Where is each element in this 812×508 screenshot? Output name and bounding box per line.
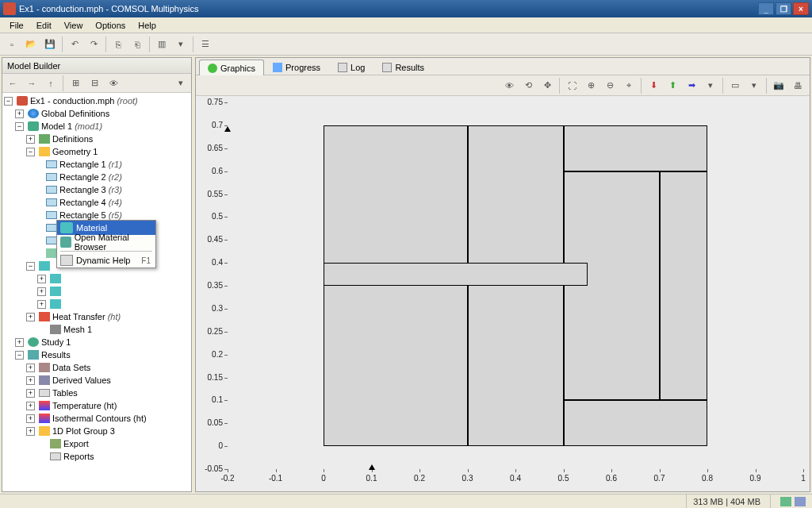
x-tick-label: 0.6 <box>602 474 621 483</box>
graphics-canvas[interactable]: COMSOL MULTIPHYSICS 0.750.70.650.60.550.… <box>196 96 810 491</box>
twisty-icon[interactable]: + <box>26 376 35 385</box>
tree-geometry[interactable]: −Geometry 1 <box>2 145 191 158</box>
geometry-rect[interactable] <box>468 125 564 446</box>
settings-button[interactable]: ☰ <box>197 36 214 53</box>
menu-file[interactable]: File <box>3 19 30 32</box>
twisty-icon[interactable]: + <box>26 427 35 436</box>
tree-rect[interactable]: Rectangle 3 (r3) <box>2 183 191 196</box>
twisty-icon[interactable]: − <box>26 262 35 271</box>
tree-root[interactable]: −Ex1 - conduction.mph (root) <box>2 94 191 107</box>
tree-model[interactable]: −Model 1 (mod1) <box>2 120 191 133</box>
twisty-icon[interactable]: + <box>26 389 35 398</box>
tab-graphics[interactable]: Graphics <box>199 60 264 75</box>
tree-datasets[interactable]: +Data Sets <box>2 361 191 374</box>
twisty-icon[interactable]: + <box>37 287 46 296</box>
tree-material-item[interactable]: + <box>2 285 191 298</box>
model-tree[interactable]: −Ex1 - conduction.mph (root) +Global Def… <box>2 93 191 491</box>
tree-plotgroup[interactable]: +1D Plot Group 3 <box>2 425 191 437</box>
twisty-icon[interactable]: − <box>26 148 35 156</box>
save-button[interactable]: 💾 <box>41 36 59 53</box>
redo-button[interactable]: ↷ <box>85 36 102 53</box>
tree-isothermal[interactable]: +Isothermal Contours (ht) <box>2 412 191 425</box>
tree-material-item[interactable]: + <box>2 272 191 285</box>
tab-results[interactable]: Results <box>373 59 433 75</box>
geometry-rect[interactable] <box>564 171 660 401</box>
forward-button[interactable]: → <box>23 75 40 92</box>
show-button[interactable]: 👁 <box>105 75 122 92</box>
twisty-icon[interactable]: + <box>26 402 35 410</box>
build-dropdown[interactable]: ▾ <box>172 36 190 53</box>
tree-results[interactable]: −Results <box>2 348 191 361</box>
geometry-rect[interactable] <box>660 171 708 401</box>
tree-reports[interactable]: Reports <box>2 450 191 463</box>
tree-definitions[interactable]: +Definitions <box>2 133 191 145</box>
print-button[interactable]: 🖶 <box>789 77 806 94</box>
open-button[interactable]: 📂 <box>22 36 40 53</box>
up-button[interactable]: ↑ <box>42 75 59 92</box>
twisty-icon[interactable]: + <box>26 135 35 144</box>
twisty-icon[interactable]: + <box>37 300 46 309</box>
twisty-icon[interactable]: − <box>4 97 13 106</box>
select-button[interactable]: ▭ <box>726 77 744 94</box>
zoom-extents-button[interactable]: ⛶ <box>563 77 580 94</box>
rotate-button[interactable]: ⟲ <box>519 77 537 94</box>
y-tick <box>224 446 228 447</box>
minimize-button[interactable]: _ <box>758 2 774 15</box>
copy-button[interactable]: ⎘ <box>109 36 127 53</box>
menu-edit[interactable]: Edit <box>30 19 58 32</box>
zoom-select-button[interactable]: ⌖ <box>620 77 638 94</box>
maximize-button[interactable]: ❐ <box>776 2 791 15</box>
menu-view[interactable]: View <box>58 19 90 32</box>
yz-button[interactable]: ⬆ <box>664 77 681 94</box>
zoom-in-button[interactable]: ⊕ <box>582 77 599 94</box>
tree-material-item[interactable]: + <box>2 298 191 310</box>
twisty-icon[interactable]: + <box>26 313 35 321</box>
tab-log[interactable]: Log <box>329 59 373 75</box>
geometry-rect[interactable] <box>564 125 708 171</box>
menu-options[interactable]: Options <box>89 19 132 32</box>
collapse-button[interactable]: ⊟ <box>86 75 103 92</box>
new-button[interactable]: ▫ <box>3 36 21 53</box>
statusbar: 313 MB | 404 MB <box>0 494 812 508</box>
tree-rect[interactable]: Rectangle 4 (r4) <box>2 196 191 209</box>
tree-export[interactable]: Export <box>2 437 191 450</box>
tree-temperature[interactable]: +Temperature (ht) <box>2 399 191 412</box>
select-dropdown[interactable]: ▾ <box>745 77 763 94</box>
tree-tables[interactable]: +Tables <box>2 387 191 399</box>
context-open-browser[interactable]: Open Material Browser <box>57 235 155 249</box>
xy-button[interactable]: ⬇ <box>645 77 662 94</box>
undo-button[interactable]: ↶ <box>66 36 83 53</box>
pan-button[interactable]: ✥ <box>538 77 556 94</box>
tree-menu-button[interactable]: ▾ <box>172 75 190 92</box>
twisty-icon[interactable]: + <box>15 338 24 347</box>
geometry-rect[interactable] <box>324 125 468 446</box>
expand-button[interactable]: ⊞ <box>67 75 84 92</box>
xz-button[interactable]: ➡ <box>683 77 700 94</box>
close-button[interactable]: × <box>793 2 809 15</box>
twisty-icon[interactable]: + <box>26 414 35 423</box>
geometry-rect[interactable] <box>564 400 708 446</box>
back-button[interactable]: ← <box>4 75 21 92</box>
menu-help[interactable]: Help <box>132 19 163 32</box>
twisty-icon[interactable]: − <box>15 351 24 360</box>
snapshot-button[interactable]: 📷 <box>770 77 787 94</box>
tree-heat-transfer[interactable]: +Heat Transfer (ht) <box>2 310 191 323</box>
tree-study[interactable]: +Study 1 <box>2 336 191 348</box>
context-dynamic-help[interactable]: Dynamic HelpF1 <box>57 253 155 267</box>
twisty-icon[interactable]: − <box>15 122 24 131</box>
tree-rect[interactable]: Rectangle 2 (r2) <box>2 171 191 183</box>
tab-progress[interactable]: Progress <box>264 59 329 75</box>
axis-dropdown[interactable]: ▾ <box>702 77 719 94</box>
tree-rect[interactable]: Rectangle 1 (r1) <box>2 158 191 171</box>
eye-button[interactable]: 👁 <box>500 77 518 94</box>
twisty-icon[interactable]: + <box>26 364 35 372</box>
tree-global-definitions[interactable]: +Global Definitions <box>2 107 191 120</box>
zoom-out-button[interactable]: ⊖ <box>601 77 619 94</box>
build-button[interactable]: ▥ <box>153 36 170 53</box>
tree-mesh[interactable]: Mesh 1 <box>2 323 191 336</box>
paste-button[interactable]: ⎗ <box>128 36 146 53</box>
twisty-icon[interactable]: + <box>37 275 46 283</box>
tree-derived[interactable]: +Derived Values <box>2 374 191 387</box>
twisty-icon[interactable]: + <box>15 110 24 118</box>
geometry-rect[interactable] <box>324 263 588 286</box>
